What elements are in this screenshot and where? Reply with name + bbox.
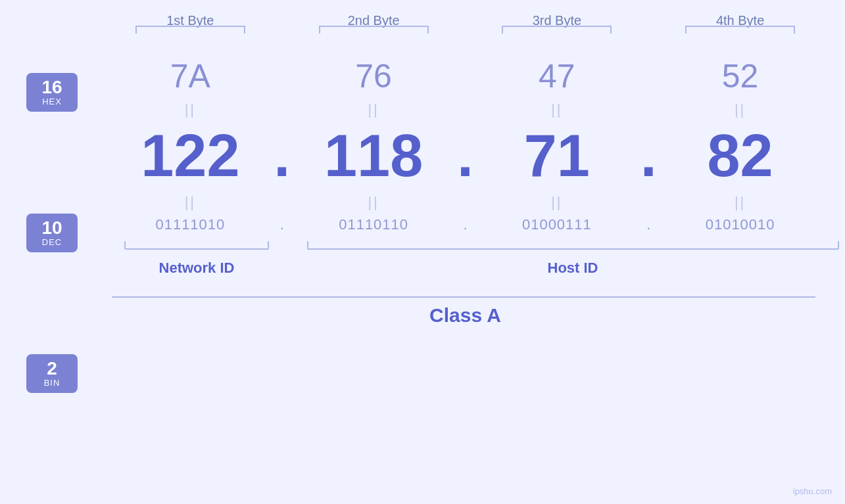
bin-value-1: 01111010 — [155, 216, 225, 233]
sep-bin-1: . — [280, 216, 284, 233]
equals-2-hex: || — [368, 101, 379, 118]
hex-label: 16 HEX — [26, 73, 78, 112]
dec-value-2: 118 — [324, 124, 423, 189]
host-id-text: Host ID — [548, 260, 598, 276]
byte-col-4: 52 || 82 || 01010010 — [662, 37, 819, 237]
class-a-label: Class A — [112, 304, 819, 327]
byte-col-3: 47 || 71 || 01000111 — [479, 37, 636, 237]
equals-2-dec: || — [368, 194, 379, 211]
bracket-top-4 — [685, 26, 795, 34]
bracket-top-2 — [319, 26, 429, 34]
equals-4-dec: || — [735, 194, 746, 211]
side-labels: 16 HEX 10 DEC 2 BIN — [26, 37, 105, 393]
byte-col-1: 7A || 122 || 01111010 — [112, 37, 269, 237]
main-container: 1st Byte 2nd Byte 3rd Byte 4th Byte 16 H… — [0, 0, 845, 504]
bracket-top-1 — [135, 26, 245, 34]
sep-col-1: . || . || . — [269, 37, 295, 237]
hex-value-4: 52 — [722, 57, 759, 96]
bin-value-2: 01110110 — [339, 216, 408, 233]
dec-value-1: 122 — [141, 124, 239, 189]
sep-dec-3: . — [640, 124, 657, 189]
hex-value-1: 7A — [170, 57, 210, 96]
hex-value-2: 76 — [355, 57, 392, 96]
equals-3-hex: || — [551, 101, 562, 118]
byte-header-1: 1st Byte — [112, 13, 269, 34]
watermark: ipshu.com — [793, 486, 832, 496]
brackets-svg: Network ID Host ID — [112, 240, 819, 292]
equals-1-hex: || — [185, 101, 196, 118]
bin-value-4: 01010010 — [706, 216, 775, 233]
byte-headers: 1st Byte 2nd Byte 3rd Byte 4th Byte — [26, 13, 819, 34]
equals-4-hex: || — [735, 101, 746, 118]
equals-3-dec: || — [551, 194, 562, 211]
sep-dec-2: . — [457, 124, 473, 189]
dec-value-4: 82 — [708, 124, 773, 189]
sep-col-2: . || . || . — [452, 37, 479, 237]
class-a-section: Class A — [26, 296, 819, 327]
class-a-line — [112, 296, 815, 298]
bin-value-3: 01000111 — [522, 216, 592, 233]
network-id-text: Network ID — [159, 260, 235, 276]
byte-header-4: 4th Byte — [662, 13, 819, 34]
sep-bin-2: . — [463, 216, 467, 233]
data-columns: 7A || 122 || 01111010 . || . || . 76 || — [112, 37, 819, 237]
byte-header-2: 2nd Byte — [295, 13, 452, 34]
dec-value-3: 71 — [524, 124, 590, 189]
hex-value-3: 47 — [539, 57, 575, 96]
byte-col-2: 76 || 118 || 01110110 — [295, 37, 452, 237]
bracket-top-3 — [502, 26, 612, 34]
sep-bin-3: . — [646, 216, 650, 233]
equals-1-dec: || — [185, 194, 196, 211]
sep-col-3: . || . || . — [635, 37, 662, 237]
bin-label: 2 BIN — [26, 354, 78, 393]
byte-header-3: 3rd Byte — [479, 13, 636, 34]
sep-dec-1: . — [274, 124, 290, 189]
